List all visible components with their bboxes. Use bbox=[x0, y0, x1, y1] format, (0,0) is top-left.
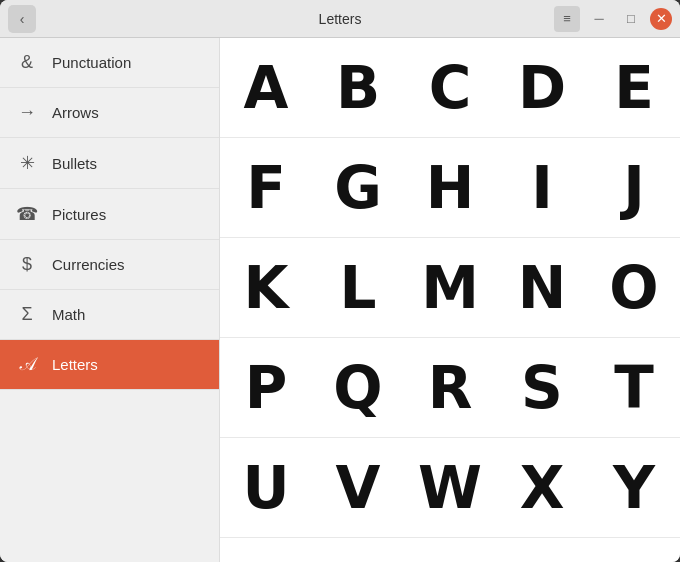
maximize-icon: □ bbox=[627, 11, 635, 26]
letter-cell-b[interactable]: b bbox=[404, 538, 496, 562]
letter-cell-a[interactable]: a bbox=[312, 538, 404, 562]
main-content: & Punctuation → Arrows ✳ Bullets ☎ Pictu… bbox=[0, 38, 680, 562]
sidebar: & Punctuation → Arrows ✳ Bullets ☎ Pictu… bbox=[0, 38, 220, 562]
letter-cell-d[interactable]: d bbox=[588, 538, 680, 562]
titlebar: ‹ Letters ≡ ─ □ ✕ bbox=[0, 0, 680, 38]
titlebar-left: ‹ bbox=[8, 5, 36, 33]
sidebar-item-pictures[interactable]: ☎ Pictures bbox=[0, 189, 219, 240]
letter-cell-L[interactable]: L bbox=[312, 238, 404, 338]
currencies-icon: $ bbox=[16, 254, 38, 275]
letter-cell-M[interactable]: M bbox=[404, 238, 496, 338]
letter-cell-G[interactable]: G bbox=[312, 138, 404, 238]
sidebar-label-pictures: Pictures bbox=[52, 206, 106, 223]
sidebar-label-bullets: Bullets bbox=[52, 155, 97, 172]
letter-cell-S[interactable]: S bbox=[496, 338, 588, 438]
sidebar-item-letters[interactable]: 𝒜 Letters bbox=[0, 340, 219, 390]
letter-cell-V[interactable]: V bbox=[312, 438, 404, 538]
letter-cell-Q[interactable]: Q bbox=[312, 338, 404, 438]
letter-cell-N[interactable]: N bbox=[496, 238, 588, 338]
sidebar-label-currencies: Currencies bbox=[52, 256, 125, 273]
letter-cell-P[interactable]: P bbox=[220, 338, 312, 438]
letters-grid: ABCDEFGHIJKLMNOPQRSTUVWXYZabcd bbox=[220, 38, 680, 562]
letter-cell-c[interactable]: c bbox=[496, 538, 588, 562]
pictures-icon: ☎ bbox=[16, 203, 38, 225]
letter-cell-X[interactable]: X bbox=[496, 438, 588, 538]
close-icon: ✕ bbox=[656, 11, 667, 26]
letter-cell-C[interactable]: C bbox=[404, 38, 496, 138]
letter-cell-K[interactable]: K bbox=[220, 238, 312, 338]
letter-cell-D[interactable]: D bbox=[496, 38, 588, 138]
window-title: Letters bbox=[319, 11, 362, 27]
letter-cell-I[interactable]: I bbox=[496, 138, 588, 238]
letter-cell-F[interactable]: F bbox=[220, 138, 312, 238]
bullets-icon: ✳ bbox=[16, 152, 38, 174]
letter-cell-Z[interactable]: Z bbox=[220, 538, 312, 562]
sidebar-label-math: Math bbox=[52, 306, 85, 323]
app-window: ‹ Letters ≡ ─ □ ✕ & Punctuation → Arrows bbox=[0, 0, 680, 562]
window-controls: ≡ ─ □ ✕ bbox=[554, 6, 672, 32]
close-button[interactable]: ✕ bbox=[650, 8, 672, 30]
sidebar-item-bullets[interactable]: ✳ Bullets bbox=[0, 138, 219, 189]
letter-cell-Y[interactable]: Y bbox=[588, 438, 680, 538]
maximize-button[interactable]: □ bbox=[618, 6, 644, 32]
letter-cell-U[interactable]: U bbox=[220, 438, 312, 538]
letter-cell-A[interactable]: A bbox=[220, 38, 312, 138]
math-icon: Σ bbox=[16, 304, 38, 325]
arrows-icon: → bbox=[16, 102, 38, 123]
letter-cell-W[interactable]: W bbox=[404, 438, 496, 538]
punctuation-icon: & bbox=[16, 52, 38, 73]
sidebar-item-arrows[interactable]: → Arrows bbox=[0, 88, 219, 138]
letter-cell-H[interactable]: H bbox=[404, 138, 496, 238]
sidebar-item-punctuation[interactable]: & Punctuation bbox=[0, 38, 219, 88]
sidebar-label-punctuation: Punctuation bbox=[52, 54, 131, 71]
letter-cell-T[interactable]: T bbox=[588, 338, 680, 438]
letter-cell-R[interactable]: R bbox=[404, 338, 496, 438]
letters-icon: 𝒜 bbox=[16, 354, 38, 375]
letter-cell-J[interactable]: J bbox=[588, 138, 680, 238]
letter-cell-E[interactable]: E bbox=[588, 38, 680, 138]
sidebar-item-currencies[interactable]: $ Currencies bbox=[0, 240, 219, 290]
back-button[interactable]: ‹ bbox=[8, 5, 36, 33]
content-area: ABCDEFGHIJKLMNOPQRSTUVWXYZabcd bbox=[220, 38, 680, 562]
letter-cell-B[interactable]: B bbox=[312, 38, 404, 138]
sidebar-item-math[interactable]: Σ Math bbox=[0, 290, 219, 340]
minimize-icon: ─ bbox=[594, 11, 603, 26]
menu-button[interactable]: ≡ bbox=[554, 6, 580, 32]
letter-cell-O[interactable]: O bbox=[588, 238, 680, 338]
sidebar-label-arrows: Arrows bbox=[52, 104, 99, 121]
minimize-button[interactable]: ─ bbox=[586, 6, 612, 32]
back-icon: ‹ bbox=[20, 11, 25, 27]
menu-icon: ≡ bbox=[563, 11, 571, 26]
sidebar-label-letters: Letters bbox=[52, 356, 98, 373]
